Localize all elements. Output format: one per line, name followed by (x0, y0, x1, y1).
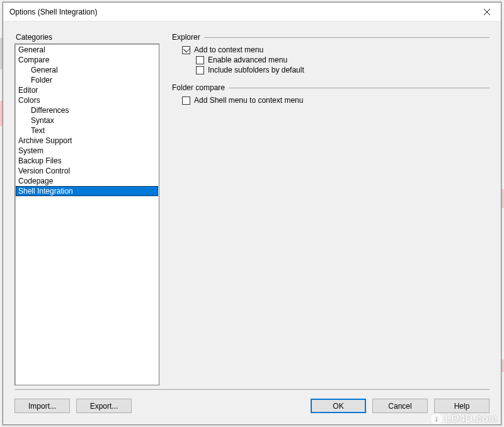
ok-button[interactable]: OK (311, 399, 366, 413)
category-item[interactable]: General (16, 45, 158, 55)
add-shell-menu-checkbox[interactable] (182, 97, 190, 105)
watermark-text: LO4D.com (445, 413, 498, 424)
titlebar: Options (Shell Integration) (3, 3, 501, 21)
category-item[interactable]: Codepage (16, 176, 158, 186)
categories-list[interactable]: GeneralCompareGeneralFolderEditorColorsD… (14, 44, 159, 385)
category-item[interactable]: System (16, 146, 158, 156)
add-to-context-menu-label: Add to context menu (194, 45, 263, 54)
dialog-body: Categories GeneralCompareGeneralFolderEd… (3, 21, 501, 424)
folder-compare-group-title: Folder compare (172, 83, 229, 92)
include-subfolders-checkbox[interactable] (196, 66, 204, 74)
add-to-context-menu-checkbox[interactable] (182, 46, 190, 54)
category-item[interactable]: Editor (16, 85, 158, 95)
add-shell-menu-label: Add Shell menu to context menu (194, 96, 303, 105)
options-dialog: Options (Shell Integration) Categories G… (3, 2, 501, 425)
explorer-group-title: Explorer (172, 33, 204, 42)
add-to-context-menu-row[interactable]: Add to context menu (182, 45, 490, 54)
category-item[interactable]: Shell Integration (16, 186, 158, 196)
close-icon (484, 9, 490, 15)
folder-compare-group: Folder compare Add Shell menu to context… (172, 83, 490, 105)
category-item[interactable]: Text (16, 126, 158, 136)
enable-advanced-menu-label: Enable advanced menu (208, 56, 287, 64)
category-item[interactable]: Differences (16, 105, 158, 115)
import-button[interactable]: Import... (14, 399, 70, 413)
category-item[interactable]: Folder (16, 75, 158, 85)
category-item[interactable]: Backup Files (16, 156, 158, 166)
group-divider (204, 37, 490, 38)
category-item[interactable]: Compare (16, 55, 158, 65)
export-button[interactable]: Export... (76, 399, 132, 413)
categories-column: Categories GeneralCompareGeneralFolderEd… (14, 33, 159, 385)
cancel-button[interactable]: Cancel (372, 399, 428, 413)
enable-advanced-menu-row[interactable]: Enable advanced menu (196, 56, 490, 64)
enable-advanced-menu-checkbox[interactable] (196, 56, 204, 64)
watermark: ↓ LO4D.com (431, 413, 498, 424)
category-item[interactable]: Archive Support (16, 136, 158, 146)
category-item[interactable]: Colors (16, 95, 158, 105)
include-subfolders-label: Include subfolders by default (208, 66, 304, 74)
category-item[interactable]: Syntax (16, 115, 158, 126)
include-subfolders-row[interactable]: Include subfolders by default (196, 66, 490, 74)
close-button[interactable] (474, 3, 500, 21)
window-title: Options (Shell Integration) (9, 8, 474, 16)
button-divider (14, 389, 490, 390)
group-divider (229, 88, 490, 88)
help-button[interactable]: Help (434, 399, 490, 413)
category-item[interactable]: Version Control (16, 166, 158, 176)
category-item[interactable]: General (16, 65, 158, 75)
settings-column: Explorer Add to context menu Enable adva… (172, 33, 490, 385)
buttons-row: Import... Export... OK Cancel Help (14, 399, 490, 424)
explorer-group: Explorer Add to context menu Enable adva… (172, 33, 490, 74)
add-shell-menu-row[interactable]: Add Shell menu to context menu (182, 96, 490, 105)
categories-label: Categories (14, 33, 159, 42)
watermark-icon: ↓ (431, 413, 442, 424)
